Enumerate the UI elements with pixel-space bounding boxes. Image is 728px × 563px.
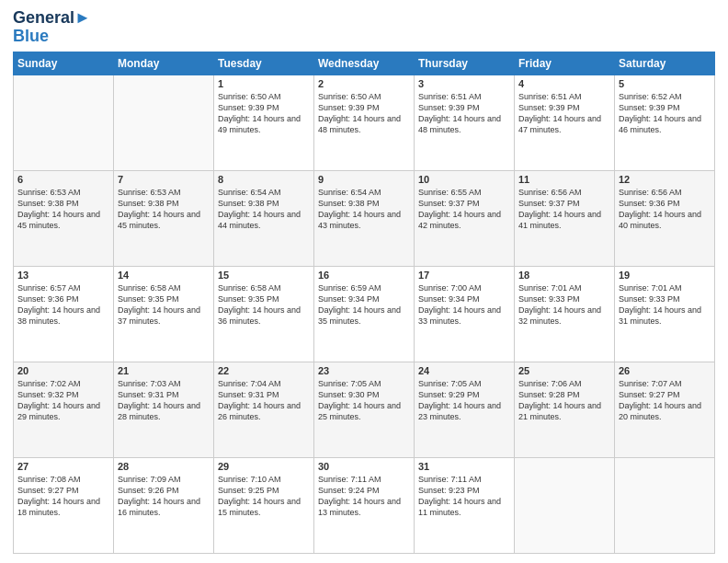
calendar-cell: 27Sunrise: 7:08 AMSunset: 9:27 PMDayligh… — [14, 457, 114, 553]
day-number: 21 — [118, 365, 210, 376]
cell-info: Sunrise: 6:54 AMSunset: 9:38 PMDaylight:… — [318, 187, 410, 232]
day-header-sunday: Sunday — [14, 52, 114, 75]
cell-info: Sunrise: 7:04 AMSunset: 9:31 PMDaylight:… — [218, 378, 310, 423]
calendar-cell: 3Sunrise: 6:51 AMSunset: 9:39 PMDaylight… — [415, 75, 515, 170]
cell-info: Sunrise: 6:54 AMSunset: 9:38 PMDaylight:… — [218, 187, 310, 232]
calendar-cell — [615, 457, 715, 553]
day-number: 19 — [619, 270, 711, 281]
calendar-cell — [14, 75, 114, 170]
cell-info: Sunrise: 7:07 AMSunset: 9:27 PMDaylight:… — [619, 378, 711, 423]
calendar-cell: 20Sunrise: 7:02 AMSunset: 9:32 PMDayligh… — [14, 362, 114, 457]
day-number: 4 — [518, 78, 610, 89]
calendar-cell: 4Sunrise: 6:51 AMSunset: 9:39 PMDaylight… — [515, 75, 615, 170]
cell-info: Sunrise: 6:50 AMSunset: 9:39 PMDaylight:… — [218, 91, 310, 136]
calendar-week-3: 13Sunrise: 6:57 AMSunset: 9:36 PMDayligh… — [14, 266, 715, 362]
day-number: 14 — [118, 270, 210, 281]
cell-info: Sunrise: 6:53 AMSunset: 9:38 PMDaylight:… — [17, 187, 109, 232]
day-number: 28 — [118, 461, 210, 472]
day-number: 9 — [318, 174, 410, 185]
calendar-cell: 9Sunrise: 6:54 AMSunset: 9:38 PMDaylight… — [314, 170, 415, 266]
calendar-cell: 29Sunrise: 7:10 AMSunset: 9:25 PMDayligh… — [214, 457, 314, 553]
calendar-header-row: SundayMondayTuesdayWednesdayThursdayFrid… — [14, 52, 715, 75]
calendar-cell: 26Sunrise: 7:07 AMSunset: 9:27 PMDayligh… — [615, 362, 715, 457]
day-number: 10 — [418, 174, 510, 185]
calendar-cell: 19Sunrise: 7:01 AMSunset: 9:33 PMDayligh… — [615, 266, 715, 362]
day-number: 5 — [619, 78, 711, 89]
calendar-cell: 16Sunrise: 6:59 AMSunset: 9:34 PMDayligh… — [314, 266, 415, 362]
day-number: 1 — [218, 78, 310, 89]
logo: General► Blue — [13, 9, 91, 46]
calendar-cell: 11Sunrise: 6:56 AMSunset: 9:37 PMDayligh… — [515, 170, 615, 266]
day-header-saturday: Saturday — [615, 52, 715, 75]
calendar-cell: 2Sunrise: 6:50 AMSunset: 9:39 PMDaylight… — [314, 75, 415, 170]
day-number: 2 — [318, 78, 410, 89]
cell-info: Sunrise: 6:52 AMSunset: 9:39 PMDaylight:… — [619, 91, 711, 136]
cell-info: Sunrise: 6:51 AMSunset: 9:39 PMDaylight:… — [518, 91, 610, 136]
calendar-cell: 23Sunrise: 7:05 AMSunset: 9:30 PMDayligh… — [314, 362, 415, 457]
cell-info: Sunrise: 6:50 AMSunset: 9:39 PMDaylight:… — [318, 91, 410, 136]
day-header-thursday: Thursday — [415, 52, 515, 75]
day-number: 31 — [418, 461, 510, 472]
cell-info: Sunrise: 6:56 AMSunset: 9:37 PMDaylight:… — [518, 187, 610, 232]
cell-info: Sunrise: 7:01 AMSunset: 9:33 PMDaylight:… — [518, 282, 610, 327]
calendar-cell: 30Sunrise: 7:11 AMSunset: 9:24 PMDayligh… — [314, 457, 415, 553]
calendar-cell: 14Sunrise: 6:58 AMSunset: 9:35 PMDayligh… — [114, 266, 214, 362]
cell-info: Sunrise: 6:59 AMSunset: 9:34 PMDaylight:… — [318, 282, 410, 327]
day-header-friday: Friday — [515, 52, 615, 75]
day-number: 26 — [619, 365, 711, 376]
day-number: 17 — [418, 270, 510, 281]
day-number: 15 — [218, 270, 310, 281]
calendar-cell: 6Sunrise: 6:53 AMSunset: 9:38 PMDaylight… — [14, 170, 114, 266]
cell-info: Sunrise: 6:57 AMSunset: 9:36 PMDaylight:… — [17, 282, 109, 327]
day-header-tuesday: Tuesday — [214, 52, 314, 75]
day-number: 3 — [418, 78, 510, 89]
day-number: 6 — [17, 174, 109, 185]
cell-info: Sunrise: 7:05 AMSunset: 9:30 PMDaylight:… — [318, 378, 410, 423]
calendar-table: SundayMondayTuesdayWednesdayThursdayFrid… — [13, 52, 715, 554]
day-number: 25 — [518, 365, 610, 376]
day-header-monday: Monday — [114, 52, 214, 75]
cell-info: Sunrise: 7:06 AMSunset: 9:28 PMDaylight:… — [518, 378, 610, 423]
calendar-week-2: 6Sunrise: 6:53 AMSunset: 9:38 PMDaylight… — [14, 170, 715, 266]
page-header: General► Blue — [13, 9, 715, 46]
calendar-cell: 18Sunrise: 7:01 AMSunset: 9:33 PMDayligh… — [515, 266, 615, 362]
cell-info: Sunrise: 7:05 AMSunset: 9:29 PMDaylight:… — [418, 378, 510, 423]
day-number: 27 — [17, 461, 109, 472]
calendar-cell: 10Sunrise: 6:55 AMSunset: 9:37 PMDayligh… — [415, 170, 515, 266]
day-number: 11 — [518, 174, 610, 185]
cell-info: Sunrise: 7:08 AMSunset: 9:27 PMDaylight:… — [17, 474, 109, 519]
day-number: 22 — [218, 365, 310, 376]
day-number: 18 — [518, 270, 610, 281]
calendar-cell: 8Sunrise: 6:54 AMSunset: 9:38 PMDaylight… — [214, 170, 314, 266]
calendar-week-1: 1Sunrise: 6:50 AMSunset: 9:39 PMDaylight… — [14, 75, 715, 170]
cell-info: Sunrise: 7:00 AMSunset: 9:34 PMDaylight:… — [418, 282, 510, 327]
calendar-week-5: 27Sunrise: 7:08 AMSunset: 9:27 PMDayligh… — [14, 457, 715, 553]
cell-info: Sunrise: 6:58 AMSunset: 9:35 PMDaylight:… — [118, 282, 210, 327]
calendar-cell: 21Sunrise: 7:03 AMSunset: 9:31 PMDayligh… — [114, 362, 214, 457]
calendar-cell: 25Sunrise: 7:06 AMSunset: 9:28 PMDayligh… — [515, 362, 615, 457]
calendar-cell: 12Sunrise: 6:56 AMSunset: 9:36 PMDayligh… — [615, 170, 715, 266]
logo-text-blue: Blue — [13, 28, 91, 46]
day-number: 8 — [218, 174, 310, 185]
cell-info: Sunrise: 7:11 AMSunset: 9:24 PMDaylight:… — [318, 474, 410, 519]
day-number: 23 — [318, 365, 410, 376]
cell-info: Sunrise: 6:58 AMSunset: 9:35 PMDaylight:… — [218, 282, 310, 327]
calendar-cell — [114, 75, 214, 170]
calendar-cell: 22Sunrise: 7:04 AMSunset: 9:31 PMDayligh… — [214, 362, 314, 457]
calendar-cell: 15Sunrise: 6:58 AMSunset: 9:35 PMDayligh… — [214, 266, 314, 362]
day-number: 7 — [118, 174, 210, 185]
calendar-cell: 1Sunrise: 6:50 AMSunset: 9:39 PMDaylight… — [214, 75, 314, 170]
cell-info: Sunrise: 7:10 AMSunset: 9:25 PMDaylight:… — [218, 474, 310, 519]
cell-info: Sunrise: 7:09 AMSunset: 9:26 PMDaylight:… — [118, 474, 210, 519]
cell-info: Sunrise: 7:01 AMSunset: 9:33 PMDaylight:… — [619, 282, 711, 327]
calendar-week-4: 20Sunrise: 7:02 AMSunset: 9:32 PMDayligh… — [14, 362, 715, 457]
calendar-cell — [515, 457, 615, 553]
calendar-cell: 31Sunrise: 7:11 AMSunset: 9:23 PMDayligh… — [415, 457, 515, 553]
cell-info: Sunrise: 6:55 AMSunset: 9:37 PMDaylight:… — [418, 187, 510, 232]
day-number: 16 — [318, 270, 410, 281]
cell-info: Sunrise: 6:56 AMSunset: 9:36 PMDaylight:… — [619, 187, 711, 232]
cell-info: Sunrise: 7:11 AMSunset: 9:23 PMDaylight:… — [418, 474, 510, 519]
cell-info: Sunrise: 7:02 AMSunset: 9:32 PMDaylight:… — [17, 378, 109, 423]
day-number: 29 — [218, 461, 310, 472]
day-number: 13 — [17, 270, 109, 281]
